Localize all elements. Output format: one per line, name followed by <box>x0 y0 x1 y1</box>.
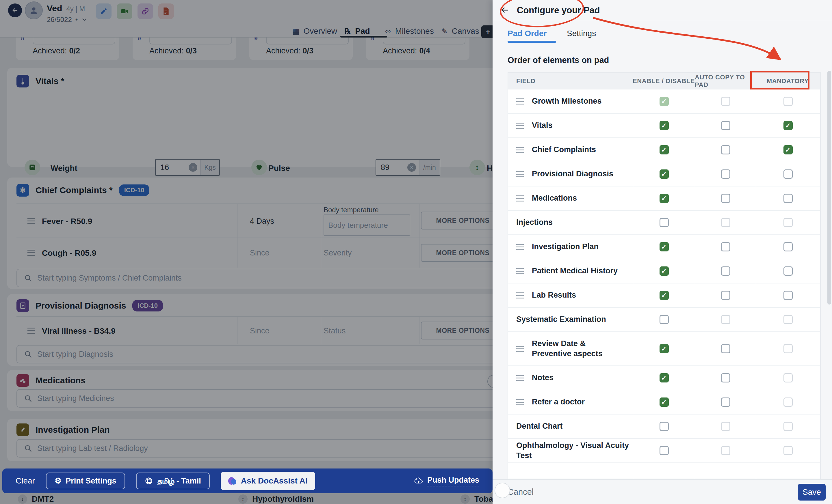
gear-icon: ⚙ <box>55 476 61 485</box>
autocopy-checkbox <box>721 218 730 227</box>
enable-checkbox[interactable] <box>659 218 669 227</box>
ask-docassist-button[interactable]: Ask DocAssist AI <box>221 472 315 490</box>
autocopy-checkbox[interactable] <box>721 145 730 155</box>
enable-checkbox[interactable]: ✓ <box>659 291 669 300</box>
mandatory-checkbox[interactable] <box>783 194 793 203</box>
autocopy-cell <box>695 138 756 162</box>
enable-checkbox[interactable]: ✓ <box>659 121 669 130</box>
field-label: Refer a doctor <box>532 397 585 407</box>
column-header-field: FIELD <box>508 73 633 89</box>
autocopy-cell <box>695 89 756 113</box>
autocopy-cell <box>695 235 756 259</box>
field-cell: Chief Complaints <box>508 138 633 162</box>
panel-scrollbar[interactable] <box>827 71 831 305</box>
autocopy-checkbox <box>721 315 730 324</box>
mandatory-checkbox[interactable] <box>783 242 793 251</box>
print-settings-button[interactable]: ⚙ Print Settings <box>46 473 125 489</box>
enable-checkbox[interactable] <box>659 315 669 324</box>
enable-checkbox[interactable]: ✓ <box>659 194 669 203</box>
enable-checkbox: ✓ <box>659 97 669 106</box>
enable-cell: ✓ <box>633 89 695 113</box>
mandatory-checkbox[interactable]: ✓ <box>783 145 793 155</box>
enable-checkbox[interactable]: ✓ <box>659 267 669 276</box>
floating-help-button[interactable] <box>495 483 510 498</box>
drag-handle-icon[interactable] <box>516 292 524 299</box>
mandatory-checkbox[interactable] <box>783 291 793 300</box>
clear-button[interactable]: Clear <box>16 476 35 485</box>
enable-checkbox[interactable] <box>659 446 669 455</box>
enable-checkbox[interactable] <box>659 422 669 431</box>
mandatory-checkbox[interactable]: ✓ <box>783 121 793 130</box>
autocopy-checkbox[interactable] <box>721 267 730 276</box>
autocopy-checkbox[interactable] <box>721 169 730 179</box>
drag-handle-icon[interactable] <box>516 399 524 405</box>
enable-checkbox[interactable]: ✓ <box>659 344 669 353</box>
dim-overlay <box>0 0 493 504</box>
mandatory-checkbox <box>783 218 793 227</box>
enable-checkbox[interactable]: ✓ <box>659 242 669 251</box>
mandatory-checkbox[interactable] <box>783 267 793 276</box>
mandatory-cell <box>756 89 820 113</box>
autocopy-checkbox <box>721 97 730 106</box>
enable-cell <box>633 463 695 479</box>
field-label: Medications <box>532 193 577 203</box>
drag-handle-icon[interactable] <box>516 375 524 381</box>
enable-cell: ✓ <box>633 187 695 210</box>
autocopy-cell <box>695 366 756 390</box>
panel-footer: Cancel Save <box>493 479 832 504</box>
field-label: Vitals <box>532 120 553 131</box>
autocopy-cell <box>695 332 756 365</box>
language-button[interactable]: தமிழ் - Tamil <box>136 473 210 489</box>
save-button[interactable]: Save <box>798 484 826 501</box>
drag-handle-icon[interactable] <box>516 346 524 352</box>
drag-handle-icon[interactable] <box>516 268 524 274</box>
autocopy-checkbox[interactable] <box>721 121 730 130</box>
mandatory-cell <box>756 308 820 331</box>
screen: Ved4y | M 26/5022• ▦Overview ℞Pad ∾Miles… <box>0 0 832 504</box>
drag-handle-icon[interactable] <box>516 123 524 129</box>
field-label: Patient Medical History <box>532 266 618 276</box>
autocopy-checkbox[interactable] <box>721 373 730 383</box>
field-cell: Patient Medical History <box>508 259 633 283</box>
autocopy-cell <box>695 211 756 234</box>
enable-cell <box>633 415 695 438</box>
pad-order-table: FIELD ENABLE / DISABLE AUTO COPY TO PAD … <box>508 72 821 479</box>
field-cell: Lab Results <box>508 283 633 307</box>
enable-checkbox[interactable]: ✓ <box>659 145 669 155</box>
field-cell: Provisional Diagnosis <box>508 162 633 186</box>
enable-checkbox[interactable]: ✓ <box>659 169 669 179</box>
autocopy-checkbox[interactable] <box>721 194 730 203</box>
autocopy-checkbox[interactable] <box>721 242 730 251</box>
autocopy-checkbox[interactable] <box>721 344 730 353</box>
autocopy-checkbox[interactable] <box>721 397 730 407</box>
mandatory-cell <box>756 259 820 283</box>
field-cell: Vitals <box>508 114 633 137</box>
drag-handle-icon[interactable] <box>516 195 524 201</box>
field-cell: Medications <box>508 187 633 210</box>
pad-order-row <box>508 463 820 479</box>
globe-icon <box>145 477 153 485</box>
mandatory-cell <box>756 187 820 210</box>
tab-pad-order[interactable]: Pad Order <box>508 29 547 38</box>
pad-order-row: Medications✓ <box>508 187 820 211</box>
autocopy-checkbox <box>721 422 730 431</box>
push-updates-button[interactable]: Push Updates <box>414 476 479 486</box>
mandatory-checkbox[interactable] <box>783 169 793 179</box>
field-label: Investigation Plan <box>532 242 599 252</box>
autocopy-checkbox[interactable] <box>721 291 730 300</box>
mandatory-checkbox <box>783 344 793 353</box>
enable-checkbox[interactable]: ✓ <box>659 373 669 383</box>
drag-handle-icon[interactable] <box>516 244 524 250</box>
cancel-button[interactable]: Cancel <box>508 480 534 504</box>
field-cell: Dental Chart <box>508 415 633 438</box>
drag-handle-icon[interactable] <box>516 147 524 153</box>
enable-checkbox[interactable]: ✓ <box>659 397 669 407</box>
field-cell: Growth Milestones <box>508 89 633 113</box>
pad-order-row: Growth Milestones✓ <box>508 89 820 114</box>
enable-cell: ✓ <box>633 390 695 414</box>
drag-handle-icon[interactable] <box>516 171 524 177</box>
drag-handle-icon[interactable] <box>516 99 524 105</box>
enable-cell: ✓ <box>633 138 695 162</box>
field-cell: Review Date & Preventive aspects <box>508 332 633 365</box>
docassist-icon <box>228 477 237 485</box>
